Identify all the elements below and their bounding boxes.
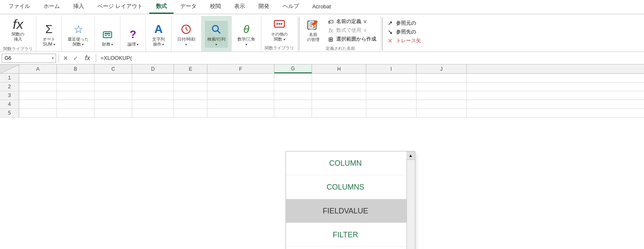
col-header-c[interactable]: C — [95, 64, 132, 73]
tab-insert[interactable]: 挿入 — [66, 0, 91, 14]
function-library-label: 関数ライブラリ — [3, 45, 33, 53]
ribbon-separator-2 — [382, 17, 383, 51]
svg-rect-15 — [310, 23, 313, 23]
svg-rect-3 — [108, 35, 110, 36]
svg-point-10 — [276, 23, 278, 25]
ribbon-group-autosum: Σ オートSUM ▾ — [36, 16, 62, 51]
trace-error-icon: ⤬ — [388, 37, 393, 44]
create-from-selection-button[interactable]: ⊞ 選択範囲から作成 — [326, 35, 377, 43]
ribbon-group-insert-function: fx 関数の挿入 関数ライブラリ — [0, 16, 36, 51]
trace-dependents-button[interactable]: ↘ 参照先の — [387, 28, 417, 36]
svg-line-8 — [217, 31, 220, 33]
ribbon-group-logical: ? 論理 ▾ — [120, 16, 146, 51]
insert-function-icon[interactable]: fx — [82, 54, 93, 62]
col-header-a[interactable]: A — [19, 64, 57, 73]
trace-precedents-icon: ↗ — [388, 20, 393, 26]
svg-point-12 — [281, 23, 282, 25]
cell-reference-box[interactable]: G6 ▾ — [2, 54, 56, 63]
ribbon-group-trace: ↗ 参照元の ↘ 参照先の ⤬ トレース矢 — [383, 16, 425, 51]
dropdown-item-fieldvalue[interactable]: FIELDVALUE — [286, 199, 415, 223]
svg-rect-17 — [310, 26, 312, 27]
trace-precedents-button[interactable]: ↗ 参照元の — [387, 19, 417, 27]
formula-bar: G6 ▾ ✕ ✓ fx =XLOOKUP( — [0, 52, 644, 64]
table-row: 5 — [0, 109, 644, 118]
tab-file[interactable]: ファイル — [2, 0, 37, 14]
svg-rect-2 — [105, 35, 107, 36]
col-header-f[interactable]: F — [207, 64, 274, 73]
cancel-formula-icon[interactable]: ✕ — [61, 54, 70, 62]
dropdown-item-formulatext[interactable]: FORMULATEXT — [286, 247, 415, 249]
use-in-formula-button[interactable]: fx 数式で使用 ∨ — [326, 26, 377, 34]
dropdown-item-column[interactable]: COLUMN — [286, 151, 415, 175]
tab-page-layout[interactable]: ページ レイアウト — [91, 0, 149, 14]
col-header-h[interactable]: H — [312, 64, 366, 73]
col-header-i[interactable]: I — [366, 64, 417, 73]
table-row: 2 — [0, 82, 644, 91]
financial-button[interactable]: 財務 ▾ — [98, 26, 117, 48]
insert-function-button[interactable]: fx 関数の挿入 — [7, 16, 29, 44]
svg-rect-1 — [105, 33, 110, 34]
formula-bar-separator2 — [96, 54, 96, 62]
table-icon: ⊞ — [327, 36, 335, 43]
ribbon-separator-1 — [299, 17, 299, 51]
ribbon-group-name-manager: 名前の管理 🏷 名前の定義 ∨ fx 数式で使用 ∨ ⊞ 選択範囲から作成 — [300, 16, 381, 51]
ribbon-group-other-functions: その他の関数 ▾ 関数ライブラリ — [261, 16, 298, 51]
dropdown-scroll-up[interactable]: ▲ — [406, 151, 415, 160]
dropdown-items-container: COLUMNCOLUMNSFIELDVALUEFILTERFORMULATEXT… — [286, 151, 415, 249]
recently-used-button[interactable]: ☆ 最近使った関数 ▾ — [65, 21, 91, 48]
datetime-button[interactable]: 日付/時刻▾ — [175, 21, 198, 48]
tab-view[interactable]: 表示 — [227, 0, 252, 14]
ribbon-group-datetime: 日付/時刻▾ — [171, 16, 202, 51]
svg-rect-0 — [103, 32, 112, 38]
column-header-row: A B C D E F G H I J — [0, 64, 644, 74]
dropdown-item-filter[interactable]: FILTER — [286, 223, 415, 247]
table-row: 3 — [0, 91, 644, 100]
ribbon-group-financial: 財務 ▾ — [95, 16, 120, 51]
svg-line-6 — [186, 29, 188, 31]
col-header-d[interactable]: D — [132, 64, 174, 73]
formula-bar-separator — [59, 54, 59, 62]
math-button[interactable]: θ 数学/三角▾ — [235, 21, 258, 48]
ribbon-group-text: A 文字列操作 ▾ — [146, 16, 171, 51]
corner-cell — [0, 64, 19, 73]
col-header-j[interactable]: J — [417, 64, 467, 73]
tab-acrobat[interactable]: Acrobat — [306, 0, 338, 14]
tab-home[interactable]: ホーム — [37, 0, 66, 14]
fx-small-icon: fx — [327, 27, 335, 34]
other-functions-button[interactable]: その他の関数 ▾ — [268, 16, 290, 43]
table-row: 4 — [0, 100, 644, 109]
tab-help[interactable]: ヘルプ — [276, 0, 306, 14]
tab-developer[interactable]: 開発 — [252, 0, 276, 14]
tab-data[interactable]: データ — [174, 0, 203, 14]
trace-error-button[interactable]: ⤬ トレース矢 — [387, 37, 422, 45]
ribbon-group-recent: ☆ 最近使った関数 ▾ — [62, 16, 95, 51]
ribbon-group-lookup: 検索/行列▾ — [202, 16, 232, 51]
function-dropdown-menu: ▲ COLUMNCOLUMNSFIELDVALUEFILTERFORMULATE… — [286, 151, 415, 249]
formula-input[interactable]: =XLOOKUP( — [99, 55, 642, 61]
tab-formulas[interactable]: 数式 — [149, 0, 174, 14]
table-row: 1 — [0, 74, 644, 82]
tag-icon: 🏷 — [327, 18, 335, 25]
dropdown-scrollbar[interactable] — [406, 160, 415, 249]
text-button[interactable]: A 文字列操作 ▾ — [149, 21, 168, 48]
lookup-button[interactable]: 検索/行列▾ — [205, 21, 228, 48]
autosum-button[interactable]: Σ オートSUM ▾ — [40, 21, 58, 48]
svg-point-11 — [279, 23, 280, 25]
accept-formula-icon[interactable]: ✓ — [72, 54, 80, 62]
ribbon-group-math: θ 数学/三角▾ — [232, 16, 262, 51]
cell-ref-dropdown-icon[interactable]: ▾ — [52, 56, 54, 60]
trace-dependents-icon: ↘ — [388, 28, 393, 35]
define-name-button[interactable]: 🏷 名前の定義 ∨ — [326, 18, 377, 26]
dropdown-item-columns[interactable]: COLUMNS — [286, 175, 415, 199]
col-header-e[interactable]: E — [174, 64, 207, 73]
logical-button[interactable]: ? 論理 ▾ — [124, 26, 142, 48]
tab-review[interactable]: 校閲 — [203, 0, 227, 14]
col-header-b[interactable]: B — [57, 64, 95, 73]
name-manager-button[interactable]: 名前の管理 — [304, 16, 323, 43]
col-header-g[interactable]: G — [274, 64, 312, 73]
